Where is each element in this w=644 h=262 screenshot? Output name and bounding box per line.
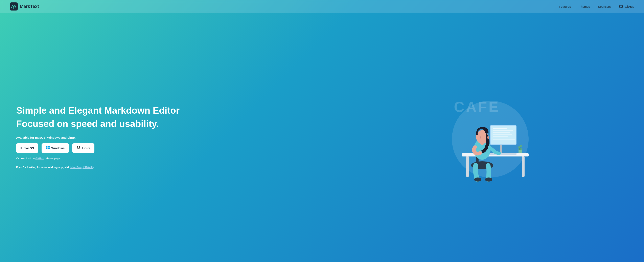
github-release-prefix: Or download on [16,157,35,160]
download-windows-button[interactable]: Windows [42,143,69,153]
navbar: MarkText Features Themes Sponsors GitHub [0,0,644,13]
svg-rect-3 [522,157,524,177]
nav-brand: MarkText [10,3,559,11]
linux-icon [77,146,80,150]
macos-label: macOS [24,146,34,150]
svg-rect-10 [493,132,510,133]
note-taking-suffix: . [94,166,94,169]
hero-illustration: CAFE [353,86,628,184]
nav-links: Features Themes Sponsors GitHub [559,4,634,9]
github-icon [619,4,623,9]
illustration-wrapper: CAFE [442,86,539,184]
marktext-logo [10,3,18,11]
app-title: MarkText [20,4,39,9]
svg-point-32 [480,137,482,139]
windows-icon [46,146,50,150]
svg-point-33 [487,136,489,139]
nav-themes[interactable]: Themes [579,5,590,8]
note-taking-text: If you're looking for a note-taking app,… [16,166,353,169]
hero-available-text: Available for macOS, Windows and Linux. [16,136,353,139]
nav-github[interactable]: GitHub [619,4,634,9]
hero-title-line2: Focused on speed and usability. [16,118,353,129]
mindbox-link[interactable]: MindBox(云睿乐平) [70,166,94,169]
download-linux-button[interactable]: Linux [72,143,94,153]
svg-rect-14 [488,153,516,155]
svg-rect-12 [493,136,508,137]
nav-sponsors[interactable]: Sponsors [598,5,611,8]
svg-rect-11 [493,134,512,135]
download-buttons:  macOS Windows Linux [16,143,353,153]
hero-title-line1: Simple and Elegant Markdown Editor [16,105,353,116]
github-label: GitHub [625,5,634,8]
svg-rect-2 [466,157,469,177]
svg-rect-13 [493,139,515,140]
github-release-suffix: release page. [44,157,61,160]
nav-features[interactable]: Features [559,5,571,8]
hero-content: Simple and Elegant Markdown Editor Focus… [16,101,353,169]
svg-rect-8 [493,128,507,129]
linux-label: Linux [82,146,90,150]
github-release-text: Or download on GitHub release page. [16,157,353,160]
windows-label: Windows [51,146,64,150]
svg-point-30 [474,178,482,182]
svg-point-16 [518,148,522,150]
github-release-link[interactable]: GitHub [35,157,44,160]
illustration-svg [446,91,535,184]
note-taking-prefix: If you're looking for a note-taking app,… [16,166,70,169]
apple-icon:  [20,146,22,150]
hero-section: Simple and Elegant Markdown Editor Focus… [0,0,644,262]
svg-rect-9 [493,130,513,131]
svg-point-31 [485,178,492,182]
download-macos-button[interactable]:  macOS [16,143,38,153]
